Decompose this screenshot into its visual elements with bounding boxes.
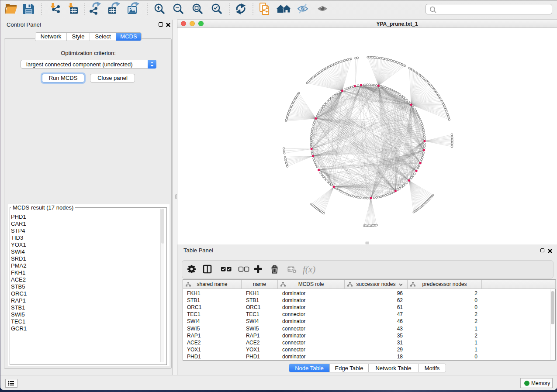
svg-text:f(x): f(x) xyxy=(303,264,315,275)
